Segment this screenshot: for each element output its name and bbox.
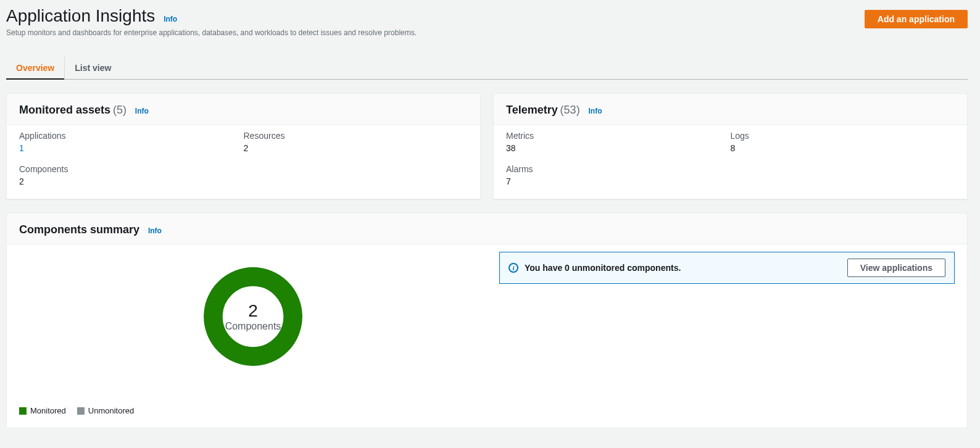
legend-monitored: Monitored (30, 406, 66, 415)
banner-text: You have 0 unmonitored components. (525, 263, 681, 273)
monitored-assets-title: Monitored assets (19, 104, 110, 116)
monitored-assets-count: (5) (113, 104, 127, 116)
applications-value[interactable]: 1 (19, 143, 244, 153)
page-title: Application Insights (6, 6, 155, 26)
tab-list-view[interactable]: List view (64, 57, 121, 79)
telemetry-count: (53) (560, 104, 580, 116)
components-label: Components (19, 164, 244, 174)
telemetry-info-link[interactable]: Info (589, 107, 602, 115)
donut-value: 2 (225, 301, 281, 321)
legend-swatch-monitored (19, 407, 27, 415)
view-applications-button[interactable]: View applications (847, 259, 945, 277)
applications-label: Applications (19, 131, 244, 141)
resources-value: 2 (244, 143, 468, 153)
components-summary-info-link[interactable]: Info (148, 226, 162, 235)
page-info-link[interactable]: Info (164, 15, 177, 23)
legend-swatch-unmonitored (77, 407, 85, 415)
legend-unmonitored: Unmonitored (88, 406, 134, 415)
monitored-assets-panel: Monitored assets (5) Info Applications 1… (6, 93, 481, 199)
unmonitored-info-banner: i You have 0 unmonitored components. Vie… (499, 252, 955, 284)
chart-legend: Monitored Unmonitored (19, 406, 487, 415)
metrics-value: 38 (506, 143, 731, 153)
logs-label: Logs (731, 131, 955, 141)
components-summary-panel: Components summary Info 2 Components (6, 213, 968, 428)
info-icon: i (509, 263, 518, 273)
telemetry-panel: Telemetry (53) Info Metrics 38 Logs 8 Al… (493, 93, 968, 199)
resources-label: Resources (244, 131, 468, 141)
alarms-label: Alarms (506, 164, 731, 174)
logs-value: 8 (731, 143, 955, 153)
page-subtitle: Setup monitors and dashboards for enterp… (6, 28, 417, 37)
tabs: OverviewList view (6, 57, 968, 80)
tab-overview[interactable]: Overview (6, 57, 64, 79)
components-summary-title: Components summary (19, 223, 139, 236)
alarms-value: 7 (506, 176, 731, 186)
components-donut-chart: 2 Components (176, 264, 330, 369)
add-application-button[interactable]: Add an application (865, 10, 968, 28)
components-value: 2 (19, 176, 244, 186)
telemetry-title: Telemetry (506, 104, 558, 116)
monitored-assets-info-link[interactable]: Info (135, 107, 149, 115)
metrics-label: Metrics (506, 131, 731, 141)
donut-label: Components (225, 321, 281, 332)
